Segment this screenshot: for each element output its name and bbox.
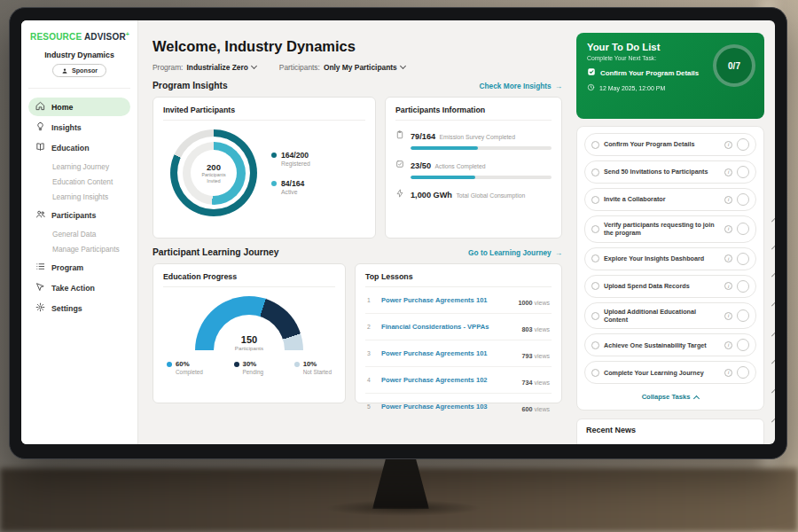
chevron-right-icon[interactable]: [737, 339, 749, 351]
chevron-right-icon[interactable]: [737, 280, 749, 293]
task-item-upload-spend-data[interactable]: Upload Spend Data Records i: [584, 275, 756, 298]
task-checkbox[interactable]: [591, 341, 599, 349]
todo-next-task-label: Confirm Your Program Details: [600, 69, 699, 77]
task-item-explore-insights[interactable]: Explore Your Insights Dashboard i: [584, 247, 756, 270]
task-checkbox[interactable]: [591, 168, 599, 176]
program-filter-dropdown[interactable]: Program: Industrialize Zero: [153, 63, 256, 72]
info-icon[interactable]: i: [724, 196, 732, 204]
info-icon[interactable]: i: [724, 312, 732, 320]
info-icon[interactable]: i: [724, 369, 732, 377]
sidebar-item-learning-insights[interactable]: Learning Insights: [28, 189, 130, 204]
lesson-row[interactable]: 2 Financial Considerations - VPPAs 803vi…: [365, 314, 552, 340]
progress-fill: [411, 176, 475, 179]
sidebar-item-label: Participants: [51, 211, 96, 220]
info-icon[interactable]: i: [724, 254, 732, 262]
task-item-upload-educational-content[interactable]: Upload Additional Educational Content i: [584, 302, 756, 330]
task-item-invite-collaborator[interactable]: Invite a Collaborator i: [584, 188, 756, 211]
lesson-row[interactable]: 3 Power Purchase Agreements 101 793views: [365, 340, 552, 367]
task-item-complete-learning-journey[interactable]: Complete Your Learning Journey i: [584, 361, 756, 384]
lesson-views: 1000: [518, 299, 532, 307]
sidebar-item-take-action[interactable]: Take Action: [28, 278, 130, 297]
gauge-legend: 60%Completed 30%Pending 10%Not Started: [163, 355, 335, 375]
participants-filter-dropdown[interactable]: Participants: Only My Participants: [279, 63, 405, 72]
sidebar-item-program[interactable]: Program: [28, 258, 130, 277]
task-item-confirm-program[interactable]: Confirm Your Program Details i: [584, 133, 756, 156]
check-more-insights-link[interactable]: Check More Insights →: [480, 82, 562, 90]
sidebar-item-label: Home: [51, 103, 73, 112]
legend-not-started: 10%Not Started: [294, 360, 332, 375]
chevron-right-icon[interactable]: [737, 366, 749, 379]
task-checkbox[interactable]: [591, 282, 599, 290]
sidebar-item-home[interactable]: Home: [28, 98, 130, 116]
chevron-right-icon[interactable]: [737, 166, 749, 178]
chevron-right-icon[interactable]: [737, 193, 749, 206]
todo-progress-ring: 0/7: [713, 44, 755, 87]
chevron-right-icon[interactable]: [737, 138, 749, 151]
todo-due-label: 12 May 2025, 12:00 PM: [599, 85, 665, 91]
sidebar-item-learning-journey[interactable]: Learning Journey: [28, 159, 130, 174]
info-icon[interactable]: i: [724, 225, 732, 233]
sidebar-item-general-data[interactable]: General Data: [28, 226, 130, 241]
legend-value: 60%: [176, 360, 203, 368]
lesson-title-link[interactable]: Power Purchase Agreements 103: [381, 403, 514, 411]
top-lessons-card: Top Lessons 1 Power Purchase Agreements …: [355, 263, 562, 403]
todo-summary-card: Your To Do List Complete Your Next Task:…: [576, 33, 764, 119]
sidebar-item-label: Settings: [51, 304, 82, 313]
recent-news-header[interactable]: Recent News: [576, 419, 764, 444]
task-checkbox[interactable]: [591, 196, 599, 204]
chevron-right-icon[interactable]: [737, 223, 749, 235]
sidebar-item-education[interactable]: Education: [28, 138, 130, 157]
lesson-row[interactable]: 1 Power Purchase Agreements 101 1000view…: [365, 287, 552, 314]
legend-label: Completed: [176, 369, 203, 375]
sponsor-badge[interactable]: Sponsor: [52, 64, 106, 77]
task-checkbox[interactable]: [591, 254, 599, 262]
collapse-tasks-link[interactable]: Collapse Tasks: [584, 388, 756, 406]
card-title: Education Progress: [163, 272, 335, 287]
lesson-rank: 2: [367, 324, 374, 330]
chevron-right-icon[interactable]: [737, 253, 749, 265]
lesson-title-link[interactable]: Power Purchase Agreements 101: [381, 296, 511, 304]
info-icon[interactable]: i: [724, 168, 732, 176]
stat-label: Emission Survey Completed: [440, 134, 515, 140]
participants-filter-label: Participants:: [279, 63, 320, 72]
info-icon[interactable]: i: [724, 141, 732, 149]
lesson-row[interactable]: 4 Power Purchase Agreements 102 734views: [365, 367, 552, 394]
legend-label: Registered: [281, 160, 310, 167]
lesson-title-link[interactable]: Financial Considerations - VPPAs: [381, 323, 514, 331]
lesson-title-link[interactable]: Power Purchase Agreements 102: [381, 376, 514, 384]
lesson-rank: 1: [367, 297, 374, 303]
task-item-verify-participants[interactable]: Verify participants requesting to join t…: [584, 215, 756, 243]
lesson-views: 803: [521, 325, 532, 333]
monitor-bezel: RESOURCE ADVISOR+ Industry Dynamics Spon…: [9, 7, 787, 459]
sidebar-item-insights[interactable]: Insights: [28, 118, 130, 137]
collapse-label: Collapse Tasks: [642, 393, 691, 401]
sidebar: RESOURCE ADVISOR+ Industry Dynamics Spon…: [21, 20, 138, 444]
actions-progress-bar: [411, 176, 552, 179]
app-logo: RESOURCE ADVISOR+: [28, 31, 130, 42]
task-checkbox[interactable]: [591, 225, 599, 233]
lesson-title-link[interactable]: Power Purchase Agreements 101: [381, 349, 514, 357]
sidebar-item-participants[interactable]: Participants: [28, 206, 130, 224]
info-icon[interactable]: i: [724, 282, 732, 290]
task-checkbox[interactable]: [591, 369, 599, 377]
task-item-achieve-sustainability-target[interactable]: Achieve One Sustainability Target i: [584, 333, 756, 356]
todo-panel: Your To Do List Complete Your Next Task:…: [573, 20, 775, 444]
sidebar-item-education-content[interactable]: Education Content: [28, 174, 130, 189]
lesson-views: 600: [521, 405, 532, 413]
lesson-row[interactable]: 5 Power Purchase Agreements 103 600views: [365, 394, 552, 419]
task-checkbox[interactable]: [591, 141, 599, 149]
person-icon: [61, 67, 68, 74]
info-icon[interactable]: i: [724, 341, 732, 349]
section-title-learning-journey: Participant Learning Journey: [153, 247, 278, 257]
stat-label: Actions Completed: [434, 163, 485, 169]
lesson-views: 793: [521, 352, 532, 360]
legend-dot-active: [271, 181, 277, 186]
task-checkbox[interactable]: [591, 312, 599, 320]
legend-label: Active: [281, 189, 304, 195]
go-to-learning-journey-link[interactable]: Go to Learning Journey →: [468, 248, 562, 257]
sidebar-item-manage-participants[interactable]: Manage Participants: [28, 241, 130, 256]
chevron-right-icon[interactable]: [737, 309, 749, 322]
stat-global-consumption: 1,000 GWh Total Global Consumption: [395, 185, 552, 201]
sidebar-item-settings[interactable]: Settings: [28, 299, 130, 317]
task-item-send-invitations[interactable]: Send 50 Invitations to Participants i: [584, 160, 756, 184]
